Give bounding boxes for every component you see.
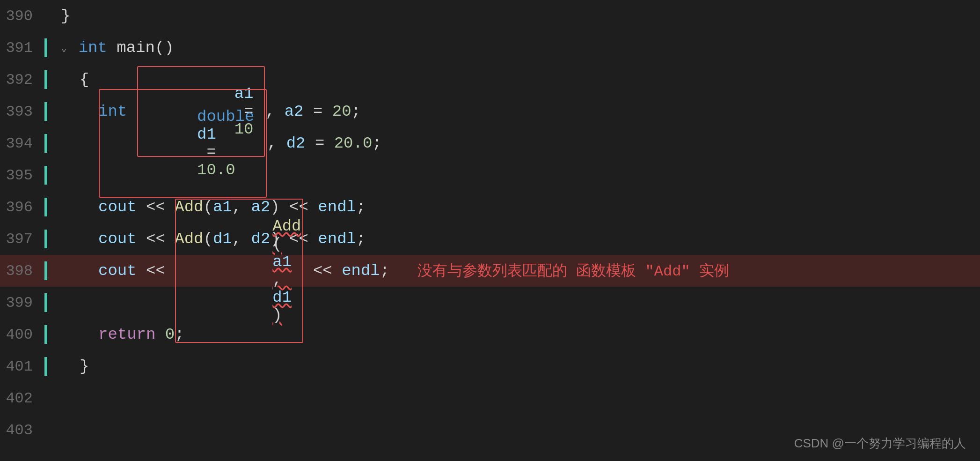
- line-number-396: 396: [0, 199, 42, 216]
- gutter-marker-392: [44, 70, 47, 89]
- gutter-marker-396: [44, 198, 47, 217]
- gutter-marker-398: [44, 261, 47, 281]
- comma-394: ,: [267, 134, 286, 152]
- gutter-marker-394: [44, 134, 47, 153]
- closing-brace-390: }: [61, 7, 70, 25]
- add-398: Add: [272, 217, 301, 235]
- error-message-398: 没有与参数列表匹配的 函数模板 "Add" 实例: [417, 260, 729, 281]
- code-line-402: 402: [0, 382, 980, 414]
- line-content-401: }: [50, 357, 980, 375]
- code-editor: 390 } 391 ⌄ int main() 392: [0, 0, 980, 461]
- code-line-391: 391 ⌄ int main(): [0, 32, 980, 64]
- gutter-402: [42, 382, 50, 414]
- collapse-icon-391[interactable]: ⌄: [61, 42, 67, 54]
- op-eq-394b: =: [306, 134, 334, 152]
- code-container: 390 } 391 ⌄ int main() 392: [0, 0, 980, 461]
- gutter-marker-393: [44, 102, 47, 121]
- code-line-401: 401 }: [0, 350, 980, 382]
- keyword-int-391: int: [69, 39, 117, 57]
- keyword-return-400: return: [98, 326, 165, 343]
- num-0-400: 0: [165, 326, 175, 343]
- num-20-0: 20.0: [334, 134, 373, 152]
- line-number-400: 400: [0, 326, 42, 343]
- op-shift-398b: <<: [304, 262, 342, 280]
- semi-400: ;: [175, 326, 184, 343]
- line-number-398: 398: [0, 262, 42, 280]
- semi-394: ;: [372, 134, 381, 152]
- code-line-400: 400 return 0 ;: [0, 319, 980, 350]
- gutter-399: [42, 287, 50, 319]
- line-number-403: 403: [0, 422, 42, 439]
- line-content-390: }: [50, 7, 980, 25]
- line-number-402: 402: [0, 390, 42, 407]
- line-number-395: 395: [0, 167, 42, 184]
- gutter-395: [42, 159, 50, 191]
- comma-398: ,: [272, 271, 292, 289]
- keyword-double-394: double: [197, 108, 264, 126]
- gutter-marker-400: [44, 325, 47, 344]
- line-content-400: return 0 ;: [50, 326, 980, 343]
- var-a1-398: a1: [272, 253, 292, 271]
- closing-brace-401: }: [80, 357, 89, 375]
- code-line-394: 394 double d1 = 10.0 , d2 = 20.0 ;: [0, 127, 980, 159]
- line-number-394: 394: [0, 135, 42, 152]
- code-line-399: 399: [0, 287, 980, 319]
- gutter-391: [42, 32, 50, 64]
- gutter-390: [42, 0, 50, 32]
- line-number-399: 399: [0, 294, 42, 312]
- var-d2: d2: [286, 134, 306, 152]
- gutter-397: [42, 223, 50, 255]
- gutter-marker-401: [44, 357, 47, 376]
- endl-398: endl: [342, 262, 380, 280]
- line-number-401: 401: [0, 358, 42, 375]
- code-line-390: 390 }: [0, 0, 980, 32]
- gutter-398: [42, 255, 50, 287]
- line-number-397: 397: [0, 230, 42, 248]
- gutter-marker-395: [44, 166, 47, 185]
- op-shift-398a: <<: [137, 262, 175, 280]
- code-line-395: 395: [0, 159, 980, 191]
- var-d1: d1: [197, 126, 216, 143]
- line-number-390: 390: [0, 7, 42, 25]
- gutter-392: [42, 64, 50, 96]
- gutter-marker-399: [44, 293, 47, 312]
- code-line-398: 398 cout << Add ( a1 , d1 ) << endl ;: [0, 255, 980, 287]
- watermark: CSDN @一个努力学习编程的人: [794, 435, 966, 452]
- func-name-391: main(): [117, 39, 174, 57]
- gutter-393: [42, 96, 50, 127]
- line-number-391: 391: [0, 39, 42, 57]
- gutter-400: [42, 319, 50, 350]
- gutter-394: [42, 127, 50, 159]
- gutter-403: [42, 414, 50, 446]
- gutter-marker-391: [44, 38, 47, 58]
- gutter-marker-397: [44, 230, 47, 249]
- line-number-393: 393: [0, 103, 42, 120]
- op-eq-394: =: [197, 143, 226, 161]
- line-content-391: ⌄ int main(): [50, 39, 980, 57]
- paren-398: (: [272, 235, 282, 253]
- cout-398: cout: [98, 262, 137, 280]
- gutter-401: [42, 350, 50, 382]
- semi-398: ;: [380, 262, 389, 280]
- gutter-396: [42, 191, 50, 223]
- line-number-392: 392: [0, 71, 42, 89]
